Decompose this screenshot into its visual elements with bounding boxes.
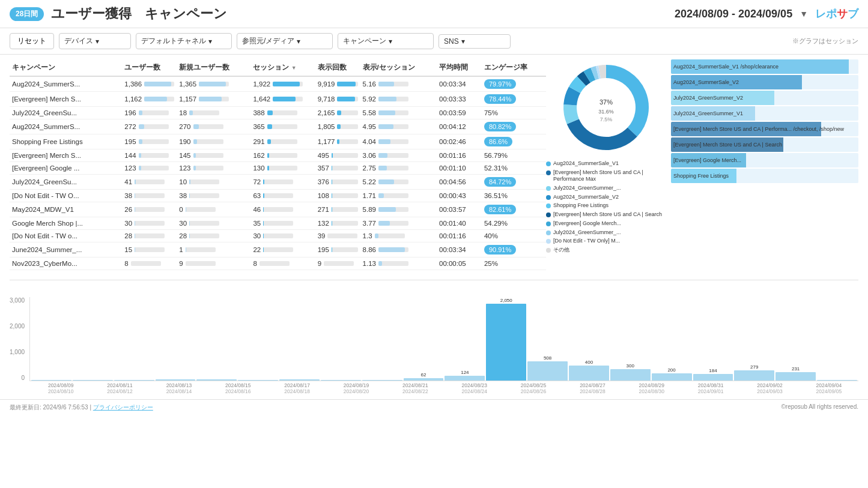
cell-avg-time: 00:00:05 (437, 258, 482, 270)
table-row[interactable]: [Evergreen] Google ... 123 123 130 357 (10, 162, 546, 175)
cell-sessions: 72 (250, 175, 315, 190)
chart-bar-col: 279 (734, 364, 774, 381)
legend-item: [Do Not Edit - TW Only] M... (546, 238, 666, 245)
cell-avg-time: 00:04:56 (437, 175, 482, 190)
cell-imp-session: 8.86 (360, 242, 437, 258)
x-axis-label: 2024/08/192024/08/20 (327, 382, 386, 394)
cell-avg-time: 00:01:16 (437, 230, 482, 242)
cell-campaign: Nov2023_CyberMo... (10, 258, 122, 270)
chart-bar-col: 62 (404, 372, 444, 381)
cell-users: 38 (122, 190, 177, 202)
table-row[interactable]: [Evergreen] Merch S... 1,162 1,157 1,642… (10, 92, 546, 107)
stacked-bar: Aug2024_SummerSale_V2 (671, 75, 858, 89)
x-axis-label: 2024/08/312024/09/01 (681, 382, 740, 394)
cell-users: 272 (122, 119, 177, 134)
cell-new-users: 18 (177, 107, 250, 119)
col-sessions[interactable]: セッション ▼ (250, 59, 315, 76)
reset-button[interactable]: リセット (10, 33, 54, 49)
copyright: ©reposub All rights reserved. (781, 403, 858, 412)
cell-imp-session: 3.06 (360, 149, 437, 162)
cell-avg-time: 00:03:33 (437, 92, 482, 107)
table-row[interactable]: [Do Not Edit - TW o... 28 28 30 39 (10, 230, 546, 242)
cell-engage: 78.44% (482, 92, 546, 107)
cell-sessions: 46 (250, 202, 315, 217)
table-row[interactable]: July2024_GreenSu... 41 10 72 376 (10, 175, 546, 190)
legend-item: [Evergreen] Google Merch... (546, 220, 666, 227)
cell-imp-session: 5.58 (360, 107, 437, 119)
cell-sessions: 291 (250, 134, 315, 149)
date-range: 2024/08/09 - 2024/09/05 (675, 8, 792, 20)
table-row[interactable]: Aug2024_SummerS... 1,386 1,365 1,922 9,9… (10, 76, 546, 92)
legend-item: July2024_GreenSummer_... (546, 185, 666, 192)
cell-new-users: 30 (177, 217, 250, 230)
cell-impressions: 132 (315, 217, 360, 230)
stacked-bars-panel: Aug2024_SummerSale_V1 /shop/clearance Au… (671, 59, 858, 270)
campaign-table: キャンペーン ユーザー数 新規ユーザー数 セッション ▼ 表示回数 表示/セッシ… (10, 59, 546, 270)
cell-new-users: 1,365 (177, 76, 250, 92)
chart-bar-col (817, 380, 857, 381)
donut-segment (587, 74, 593, 77)
stacked-bar: [Evergreen] Merch Store US and CA | Sear… (671, 137, 858, 152)
device-filter[interactable]: デバイス ▾ (59, 33, 131, 49)
donut-segment (570, 90, 574, 105)
cell-campaign: Aug2024_SummerS... (10, 76, 122, 92)
cell-impressions: 9 (315, 258, 360, 270)
donut-segment (593, 73, 597, 74)
cell-avg-time: 00:01:16 (437, 149, 482, 162)
chart-bar-col (362, 380, 402, 381)
cell-impressions: 376 (315, 175, 360, 190)
legend-item: その他 (546, 247, 666, 254)
legend-item: July2024_GreenSummer_... (546, 229, 666, 236)
cell-avg-time: 00:03:34 (437, 76, 482, 92)
chart-bar-col (321, 380, 361, 381)
privacy-link[interactable]: プライバシーポリシー (93, 404, 153, 411)
cell-impressions: 9,718 (315, 92, 360, 107)
x-axis-label: 2024/08/132024/08/14 (150, 382, 208, 394)
stacked-bar: Shopping Free Listings (671, 169, 858, 183)
chart-bar-col: 2,050 (486, 298, 526, 381)
cell-new-users: 1,157 (177, 92, 250, 107)
svg-text:7.5%: 7.5% (600, 116, 613, 122)
table-row[interactable]: June2024_Summer_... 15 1 22 195 (10, 242, 546, 258)
cell-new-users: 28 (177, 230, 250, 242)
table-row[interactable]: Nov2023_CyberMo... 8 9 8 9 (10, 258, 546, 270)
sns-filter[interactable]: SNS ▾ (439, 34, 511, 49)
x-axis-label: 2024/08/112024/08/12 (90, 382, 149, 394)
campaign-filter[interactable]: キャンペーン ▾ (338, 33, 434, 49)
svg-text:37%: 37% (599, 98, 613, 106)
cell-imp-session: 5.89 (360, 202, 437, 217)
table-row[interactable]: [Evergreen] Merch S... 144 145 162 495 (10, 149, 546, 162)
cell-impressions: 39 (315, 230, 360, 242)
filter-bar: リセット デバイス ▾ デフォルトチャネル ▾ 参照元/メディア ▾ キャンペー… (0, 28, 868, 55)
cell-engage: 40% (482, 230, 546, 242)
cell-campaign: May2024_MDW_V1 (10, 202, 122, 217)
table-row[interactable]: Google Merch Shop |... 30 30 35 132 (10, 217, 546, 230)
table-row[interactable]: [Do Not Edit - TW O... 38 38 63 108 (10, 190, 546, 202)
cell-imp-session: 5.92 (360, 92, 437, 107)
col-users: ユーザー数 (122, 59, 177, 76)
cell-sessions: 1,642 (250, 92, 315, 107)
cell-engage: 75% (482, 107, 546, 119)
ref-media-filter[interactable]: 参照元/メディア ▾ (237, 33, 333, 49)
cell-users: 8 (122, 258, 177, 270)
cell-sessions: 8 (250, 258, 315, 270)
date-range-arrow[interactable]: ▼ (800, 9, 808, 19)
cell-avg-time: 00:02:46 (437, 134, 482, 149)
channel-filter[interactable]: デフォルトチャネル ▾ (136, 33, 232, 49)
cell-imp-session: 1.13 (360, 258, 437, 270)
x-axis-label: 2024/08/152024/08/16 (208, 382, 267, 394)
cell-new-users: 1 (177, 242, 250, 258)
update-text: 最終更新日: 2024/9/6 7:56:53 | (10, 404, 91, 411)
cell-avg-time: 00:04:12 (437, 119, 482, 134)
cell-sessions: 1,922 (250, 76, 315, 92)
cell-campaign: Aug2024_SummerS... (10, 119, 122, 134)
table-row[interactable]: Shopping Free Listings 195 190 291 1,177 (10, 134, 546, 149)
table-row[interactable]: Aug2024_SummerS... 272 270 365 1,805 (10, 119, 546, 134)
table-row[interactable]: May2024_MDW_V1 26 0 46 271 (10, 202, 546, 217)
bottom-chart: 3,000 2,000 1,000 0 62 124 (10, 280, 858, 394)
cell-campaign: July2024_GreenSu... (10, 175, 122, 190)
table-row[interactable]: July2024_GreenSu... 196 18 388 2,165 (10, 107, 546, 119)
x-axis-label: 2024/08/172024/08/18 (267, 382, 326, 394)
cell-users: 1,386 (122, 76, 177, 92)
chart-bar-col (238, 380, 278, 381)
